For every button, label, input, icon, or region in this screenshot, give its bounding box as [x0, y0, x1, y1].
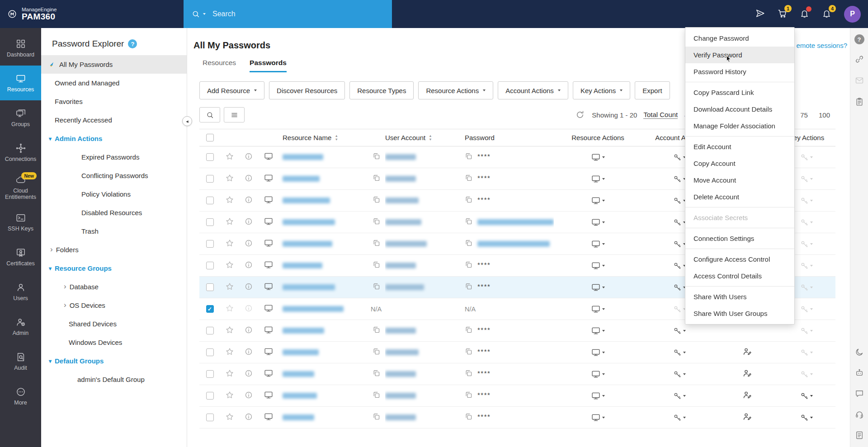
- resource-actions-dropdown[interactable]: [591, 261, 605, 270]
- menu-item-download-account-details[interactable]: Download Account Details: [685, 101, 794, 118]
- resource-name-blurred[interactable]: [283, 371, 314, 377]
- menu-item-delete-account[interactable]: Delete Account: [685, 188, 794, 205]
- sidebar-item-groups[interactable]: Groups: [0, 100, 41, 135]
- key-actions-dropdown[interactable]: [800, 414, 813, 422]
- favorite-star-icon[interactable]: [225, 217, 234, 228]
- explorer-item-trash[interactable]: Trash: [41, 222, 187, 240]
- copy-password-icon[interactable]: [465, 369, 472, 379]
- menu-item-verify-password[interactable]: Verify Password: [685, 47, 794, 63]
- refresh-icon[interactable]: [576, 110, 585, 119]
- copy-account-icon[interactable]: [373, 261, 380, 270]
- sidebar-item-users[interactable]: Users: [0, 274, 41, 309]
- explorer-item-database[interactable]: ›Database: [41, 278, 187, 296]
- menu-item-change-password[interactable]: Change Password: [685, 30, 794, 47]
- copy-account-icon[interactable]: [373, 174, 380, 184]
- info-icon[interactable]: [245, 369, 253, 379]
- select-all-checkbox[interactable]: [206, 134, 214, 141]
- account-actions-dropdown[interactable]: [673, 348, 686, 357]
- info-icon[interactable]: [245, 239, 253, 249]
- resource-name-blurred[interactable]: [283, 176, 320, 182]
- search-scope-caret-icon[interactable]: [203, 13, 206, 15]
- sidebar-item-resources[interactable]: Resources: [0, 66, 41, 100]
- explorer-item-all-my-passwords[interactable]: All My Passwords: [41, 55, 187, 74]
- table-search-button[interactable]: [199, 107, 220, 122]
- user-avatar[interactable]: P: [844, 6, 861, 23]
- key-actions-dropdown[interactable]: [800, 240, 813, 248]
- copy-account-icon[interactable]: [373, 326, 380, 335]
- explorer-item-owned-and-managed[interactable]: Owned and Managed: [41, 74, 187, 92]
- resource-types-button[interactable]: Resource Types: [349, 81, 414, 99]
- account-actions-dropdown[interactable]: [673, 305, 686, 313]
- explorer-item-admin-actions[interactable]: ▾Admin Actions: [41, 129, 187, 148]
- account-actions-dropdown[interactable]: [673, 262, 686, 270]
- explorer-item-policy-violations[interactable]: Policy Violations: [41, 185, 187, 203]
- section-expand-icon[interactable]: ▾: [49, 358, 52, 364]
- add-resource-button[interactable]: Add Resource: [199, 81, 264, 99]
- copy-password-icon[interactable]: [465, 391, 472, 400]
- explorer-item-os-devices[interactable]: ›OS Devices: [41, 296, 187, 315]
- total-count-link[interactable]: Total Count: [643, 111, 678, 119]
- key-actions-dropdown[interactable]: [800, 218, 813, 226]
- info-icon[interactable]: [245, 413, 253, 423]
- favorite-star-icon[interactable]: [225, 391, 234, 401]
- copy-password-icon[interactable]: [465, 239, 472, 249]
- resource-name-blurred[interactable]: [283, 154, 323, 160]
- row-checkbox[interactable]: [206, 370, 214, 378]
- menu-item-share-with-user-groups[interactable]: Share With User Groups: [685, 305, 794, 322]
- menu-item-copy-passcard-link[interactable]: Copy Passcard Link: [685, 84, 794, 101]
- resource-actions-dropdown[interactable]: [591, 218, 605, 227]
- favorite-star-icon[interactable]: [225, 195, 234, 206]
- global-search[interactable]: [184, 0, 392, 28]
- sidebar-item-admin[interactable]: Admin: [0, 309, 41, 344]
- info-icon[interactable]: [245, 261, 253, 271]
- sidebar-item-audit[interactable]: Audit: [0, 344, 41, 379]
- notes-icon[interactable]: [855, 431, 864, 442]
- copy-password-icon[interactable]: [465, 348, 472, 357]
- key-actions-dropdown[interactable]: [800, 305, 813, 313]
- resource-actions-button[interactable]: Resource Actions: [418, 81, 493, 99]
- key-actions-dropdown[interactable]: [800, 175, 813, 183]
- resource-name-blurred[interactable]: [283, 328, 324, 334]
- resource-name-blurred[interactable]: [283, 198, 330, 203]
- resource-actions-dropdown[interactable]: [591, 391, 605, 400]
- page-size-100[interactable]: 100: [819, 111, 830, 119]
- resource-actions-dropdown[interactable]: [591, 283, 605, 292]
- resource-name-blurred[interactable]: [283, 263, 322, 268]
- explorer-item-resource-groups[interactable]: ▾Resource Groups: [41, 259, 187, 278]
- copy-password-icon[interactable]: [465, 261, 472, 270]
- copy-account-icon[interactable]: [373, 348, 380, 357]
- copy-password-icon[interactable]: [465, 326, 472, 335]
- mail-icon[interactable]: [855, 76, 864, 87]
- explorer-item-admin-s-default-group[interactable]: admin's Default Group: [41, 370, 187, 389]
- explorer-item-folders[interactable]: ›Folders: [41, 240, 187, 259]
- copy-password-icon[interactable]: [465, 174, 472, 184]
- explorer-item-recently-accessed[interactable]: Recently Accessed: [41, 111, 187, 129]
- resource-actions-dropdown[interactable]: [591, 370, 605, 379]
- account-actions-dropdown[interactable]: [673, 370, 686, 378]
- info-icon[interactable]: [245, 391, 253, 401]
- panel-help-icon[interactable]: ?: [128, 39, 137, 48]
- favorite-star-icon[interactable]: [225, 412, 234, 423]
- notifications-icon[interactable]: 4: [822, 9, 831, 20]
- menu-item-configure-access-control[interactable]: Configure Access Control: [685, 251, 794, 268]
- resource-actions-dropdown[interactable]: [591, 413, 605, 422]
- favorite-star-icon[interactable]: [225, 152, 234, 163]
- favorite-star-icon[interactable]: [225, 282, 234, 293]
- page-size-75[interactable]: 75: [800, 111, 808, 119]
- account-actions-dropdown[interactable]: [673, 175, 686, 183]
- resource-actions-dropdown[interactable]: [591, 348, 605, 357]
- explorer-item-disabled-resources[interactable]: Disabled Resources: [41, 203, 187, 222]
- menu-item-manage-folder-association[interactable]: Manage Folder Association: [685, 118, 794, 134]
- row-checkbox[interactable]: [206, 153, 214, 161]
- row-checkbox[interactable]: [206, 240, 214, 248]
- support-headset-icon[interactable]: [855, 410, 864, 421]
- row-checkbox[interactable]: [206, 262, 214, 269]
- copy-account-icon[interactable]: [373, 152, 380, 162]
- account-actions-dropdown[interactable]: [673, 240, 686, 248]
- link-icon[interactable]: [855, 55, 864, 66]
- resource-name-blurred[interactable]: [283, 393, 317, 399]
- favorite-star-icon[interactable]: [225, 369, 234, 380]
- explorer-item-shared-devices[interactable]: Shared Devices: [41, 315, 187, 333]
- resource-actions-dropdown[interactable]: [591, 196, 605, 205]
- info-icon[interactable]: [245, 282, 253, 292]
